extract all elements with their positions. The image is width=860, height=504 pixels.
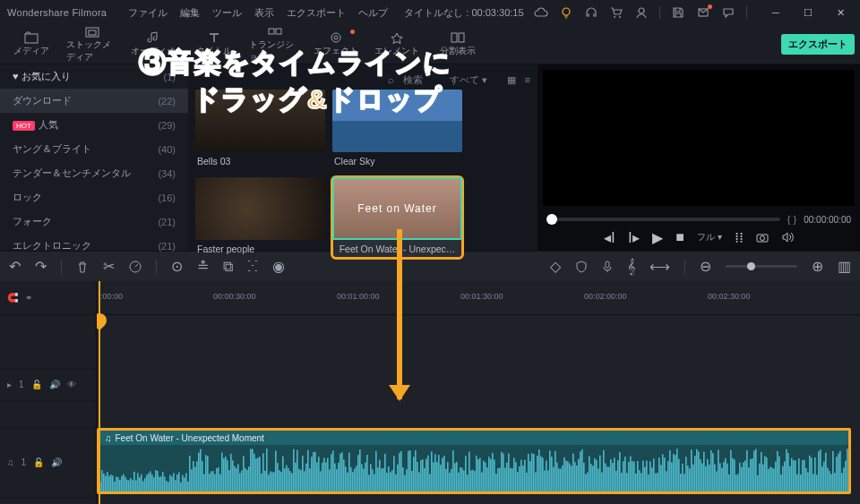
adjust-button[interactable]: ≛ — [197, 258, 209, 275]
svg-rect-350 — [692, 465, 694, 491]
svg-rect-227 — [472, 470, 474, 491]
step-back-button[interactable]: Ⅰ▸ — [628, 229, 640, 246]
svg-rect-405 — [791, 457, 793, 491]
seek-track[interactable] — [546, 218, 780, 221]
menu-help[interactable]: ヘルプ — [358, 6, 388, 20]
mic-button[interactable] — [602, 261, 613, 273]
svg-rect-253 — [519, 466, 520, 491]
undo-button[interactable]: ↶ — [9, 258, 21, 275]
volume-icon[interactable] — [781, 232, 794, 243]
svg-rect-394 — [771, 467, 773, 491]
svg-rect-193 — [411, 471, 413, 491]
svg-rect-417 — [813, 474, 814, 491]
sidebar-electronic[interactable]: エレクトロニック(21) — [0, 234, 188, 258]
menu-tools[interactable]: ツール — [212, 6, 242, 20]
magnet-icon[interactable]: 🧲 — [7, 293, 18, 303]
sidebar-young[interactable]: ヤング＆ブライト(40) — [0, 137, 188, 161]
speed-button[interactable] — [129, 261, 142, 273]
render-button[interactable]: ◉ — [272, 258, 285, 275]
svg-rect-380 — [746, 450, 748, 491]
menu-view[interactable]: 表示 — [254, 6, 274, 20]
menu-edit[interactable]: 編集 — [180, 6, 200, 20]
audio-button[interactable]: ⵘ — [247, 258, 258, 275]
ruler[interactable]: :00:00 00:00:30:00 00:01:00:00 00:01:30:… — [97, 281, 860, 315]
seek-braces[interactable]: { } — [787, 214, 796, 225]
lock-icon[interactable]: 🔓 — [31, 380, 42, 389]
marker-button[interactable]: ◇ — [550, 258, 561, 275]
cart-icon[interactable] — [609, 5, 624, 20]
stop-button[interactable]: ■ — [675, 229, 684, 245]
menu-export[interactable]: エクスポート — [287, 6, 346, 20]
headset-icon[interactable] — [584, 5, 598, 20]
bulb-icon[interactable] — [559, 5, 573, 20]
audio-clip[interactable]: ♫ Feet On Water - Unexpected Moment — [97, 428, 851, 494]
sidebar-tender[interactable]: テンダー＆センチメンタル(34) — [0, 161, 188, 185]
svg-rect-20 — [101, 470, 103, 491]
zoom-in-button[interactable]: ⊕ — [812, 258, 823, 275]
camera-icon[interactable] — [756, 232, 769, 243]
delete-button[interactable] — [76, 261, 89, 273]
timer-button[interactable]: ⊙ — [171, 258, 183, 275]
svg-rect-224 — [467, 474, 469, 491]
svg-rect-297 — [598, 468, 599, 491]
playhead[interactable] — [99, 281, 100, 504]
svg-rect-255 — [522, 466, 524, 491]
cloud-icon[interactable] — [534, 5, 548, 20]
svg-rect-190 — [406, 469, 408, 491]
svg-rect-109 — [261, 474, 262, 491]
svg-rect-436 — [847, 448, 848, 491]
prev-frame-button[interactable]: ◂Ⅰ — [604, 229, 615, 246]
sidebar-rock[interactable]: ロック(16) — [0, 185, 188, 209]
levels-icon[interactable]: ⁞⁞ — [735, 229, 744, 246]
svg-rect-130 — [298, 469, 300, 491]
svg-rect-369 — [727, 464, 728, 491]
options-icon[interactable]: ≡ — [525, 74, 530, 85]
full-label[interactable]: フル ▾ — [697, 231, 722, 243]
svg-rect-412 — [804, 460, 805, 491]
tab-media[interactable]: メディア — [5, 31, 57, 57]
timeline-view-button[interactable]: ▥ — [838, 258, 851, 275]
svg-rect-292 — [589, 456, 590, 491]
export-button[interactable]: エクスポート — [781, 34, 855, 55]
svg-rect-100 — [245, 468, 246, 491]
svg-rect-316 — [632, 461, 633, 491]
menu-file[interactable]: ファイル — [128, 6, 168, 20]
save-icon[interactable] — [671, 5, 685, 20]
mixer-button[interactable]: 𝄞 — [627, 259, 635, 275]
redo-button[interactable]: ↷ — [35, 258, 47, 275]
svg-rect-230 — [477, 459, 479, 491]
lock-icon[interactable]: 🔓 — [33, 457, 44, 467]
message-icon[interactable] — [721, 5, 735, 20]
guard-button[interactable] — [575, 261, 588, 273]
svg-rect-333 — [662, 454, 664, 491]
link-icon[interactable]: ⚭ — [25, 293, 32, 303]
mute-icon[interactable]: 🔊 — [49, 380, 60, 389]
eye-icon[interactable]: 👁 — [67, 380, 76, 389]
svg-rect-47 — [150, 471, 151, 491]
user-icon[interactable] — [634, 5, 649, 20]
sort-dropdown[interactable]: すべて ▾ — [450, 73, 487, 87]
close-button[interactable]: ✕ — [828, 4, 853, 21]
maximize-button[interactable]: ☐ — [796, 4, 821, 21]
cut-button[interactable]: ✂ — [103, 258, 115, 275]
svg-rect-52 — [159, 477, 160, 491]
clip-faster[interactable]: Faster people — [195, 177, 325, 258]
svg-rect-327 — [651, 467, 653, 491]
minimize-button[interactable]: ─ — [763, 4, 788, 21]
crop-button[interactable]: ⧉ — [223, 259, 233, 275]
play-button[interactable]: ▶ — [652, 229, 663, 246]
svg-rect-62 — [176, 474, 178, 491]
fit-button[interactable]: ⟷ — [649, 258, 670, 275]
inbox-icon[interactable] — [696, 5, 710, 20]
sidebar-folk[interactable]: フォーク(21) — [0, 209, 188, 234]
zoom-slider[interactable] — [726, 265, 797, 268]
svg-rect-21 — [103, 474, 105, 491]
svg-rect-38 — [133, 472, 135, 491]
svg-rect-125 — [289, 471, 291, 491]
svg-rect-387 — [759, 464, 761, 491]
grid-view-icon[interactable]: ▦ — [507, 74, 516, 86]
zoom-out-button[interactable]: ⊖ — [700, 258, 711, 275]
tab-stock[interactable]: ストックメディア — [66, 25, 118, 64]
mute-icon[interactable]: 🔊 — [51, 457, 62, 467]
timeline-tracks[interactable]: :00:00 00:00:30:00 00:01:00:00 00:01:30:… — [97, 281, 860, 504]
